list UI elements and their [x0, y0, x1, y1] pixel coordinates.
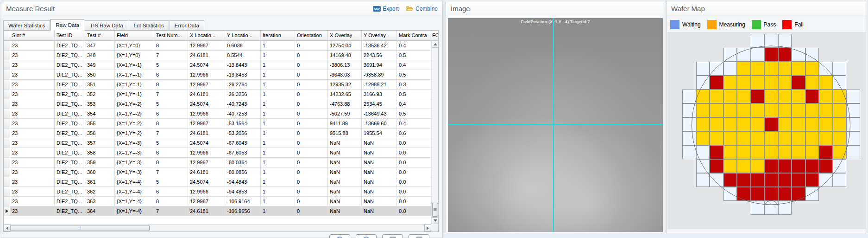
row-selector[interactable]	[4, 51, 10, 60]
wafer-die[interactable]	[751, 34, 765, 48]
wafer-die[interactable]	[737, 62, 751, 76]
wafer-die[interactable]	[751, 76, 765, 90]
wafer-die[interactable]	[751, 173, 765, 187]
wafer-die[interactable]	[723, 62, 737, 76]
scroll-left-button[interactable]	[4, 225, 11, 232]
wafer-die[interactable]	[792, 173, 805, 187]
wafer-die[interactable]	[846, 131, 860, 145]
column-header-fo[interactable]: FO	[430, 31, 438, 41]
wafer-die[interactable]	[710, 145, 723, 159]
wafer-die[interactable]	[751, 62, 765, 76]
wafer-die[interactable]	[819, 159, 833, 173]
wafer-die[interactable]	[764, 131, 778, 145]
wafer-die[interactable]	[751, 159, 765, 173]
scroll-up-button[interactable]	[432, 41, 439, 48]
bottom-toolbar-button-2[interactable]	[356, 234, 377, 238]
wafer-die[interactable]	[710, 117, 723, 131]
wafer-die[interactable]	[751, 145, 765, 159]
wafer-die[interactable]	[696, 131, 710, 145]
horizontal-scrollbar[interactable]	[4, 224, 431, 232]
wafer-die[interactable]	[764, 90, 778, 103]
wafer-die[interactable]	[764, 201, 778, 215]
bottom-toolbar-button-1[interactable]	[329, 234, 350, 238]
column-header-orientation[interactable]: Orientation	[295, 31, 328, 41]
table-row[interactable]: 23DIE2_TQ...348{X=1,Y=0}724.61810.554410…	[4, 51, 438, 60]
wafer-die[interactable]	[737, 117, 751, 131]
horizontal-scrollbar-thumb[interactable]	[11, 225, 150, 231]
wafer-die[interactable]	[778, 62, 792, 76]
wafer-die[interactable]	[805, 131, 819, 145]
wafer-die[interactable]	[805, 187, 819, 201]
column-header-x-locatio[interactable]: X Locatio...	[188, 31, 225, 41]
row-selector[interactable]	[4, 187, 10, 197]
wafer-die[interactable]	[833, 103, 847, 117]
wafer-die[interactable]	[792, 103, 805, 117]
wafer-die[interactable]	[723, 90, 737, 103]
column-header-mark-contra[interactable]: Mark Contra	[397, 31, 430, 41]
wafer-die[interactable]	[805, 90, 819, 103]
wafer-die[interactable]	[778, 131, 792, 145]
wafer-die[interactable]	[778, 48, 792, 62]
row-selector[interactable]	[4, 197, 10, 206]
table-row[interactable]: 23DIE2_TQ...349{X=1,Y=-1}524.5074-13.844…	[4, 60, 438, 70]
wafer-die[interactable]	[819, 173, 833, 187]
wafer-die[interactable]	[805, 159, 819, 173]
scroll-right-button[interactable]	[424, 225, 431, 232]
table-row[interactable]: 23DIE2_TQ...361{X=1,Y=-4}524.5074-94.484…	[4, 177, 438, 187]
row-selector[interactable]	[4, 148, 10, 158]
tab-error-data[interactable]: Error Data	[170, 20, 204, 30]
table-row[interactable]: 23DIE2_TQ...358{X=1,Y=-3}612.9966-67.605…	[4, 148, 438, 158]
wafer-die[interactable]	[819, 145, 833, 159]
wafer-die[interactable]	[723, 173, 737, 187]
column-header-y-locatio[interactable]: Y Locatio...	[225, 31, 261, 41]
wafer-die[interactable]	[696, 62, 710, 76]
tab-raw-data[interactable]: Raw Data	[50, 19, 84, 31]
row-selector[interactable]	[4, 80, 10, 90]
row-selector[interactable]	[4, 129, 10, 138]
wafer-die[interactable]	[737, 187, 751, 201]
wafer-die[interactable]	[751, 201, 765, 215]
wafer-die[interactable]	[819, 90, 833, 103]
column-header-y-overlay[interactable]: Y Overlay	[362, 31, 397, 41]
table-row[interactable]: 23DIE2_TQ...354{X=1,Y=-2}612.9966-40.725…	[4, 109, 438, 119]
wafer-die[interactable]	[696, 145, 710, 159]
wafer-die[interactable]	[778, 117, 792, 131]
row-selector[interactable]	[4, 158, 10, 167]
wafer-die[interactable]	[764, 187, 778, 201]
wafer-die[interactable]	[764, 103, 778, 117]
wafer-die[interactable]	[792, 187, 805, 201]
wafer-die[interactable]	[764, 76, 778, 90]
wafer-die[interactable]	[751, 103, 765, 117]
column-header-selector[interactable]	[4, 31, 10, 41]
camera-image-viewport[interactable]: FieldPosition:(X=1,Y=-4) TargetId:7	[448, 18, 663, 232]
wafer-die[interactable]	[723, 117, 737, 131]
wafer-die[interactable]	[819, 103, 833, 117]
wafer-die[interactable]	[764, 145, 778, 159]
column-header-test-id[interactable]: Test ID	[55, 31, 85, 41]
tab-lot-statistics[interactable]: Lot Statistics	[129, 20, 169, 30]
wafer-die[interactable]	[696, 117, 710, 131]
table-row[interactable]: 23DIE2_TQ...351{X=1,Y=-1}812.9967-26.276…	[4, 80, 438, 90]
wafer-die[interactable]	[737, 173, 751, 187]
table-row[interactable]: 23DIE2_TQ...363{X=1,Y=-4}812.9967-106.91…	[4, 197, 438, 206]
bottom-toolbar-button-3[interactable]	[382, 234, 403, 238]
wafer-die[interactable]	[764, 48, 778, 62]
wafer-die[interactable]	[723, 145, 737, 159]
wafer-die[interactable]	[682, 145, 696, 159]
scroll-down-button[interactable]	[432, 217, 439, 224]
wafer-die[interactable]	[819, 76, 833, 90]
wafer-die[interactable]	[737, 90, 751, 103]
wafer-die[interactable]	[819, 131, 833, 145]
wafer-die[interactable]	[682, 90, 696, 103]
column-header-iteration[interactable]: Iteration	[261, 31, 295, 41]
wafer-die[interactable]	[696, 173, 710, 187]
wafer-die[interactable]	[792, 76, 805, 90]
tab-wafer-statistics[interactable]: Wafer Statistics	[3, 20, 50, 30]
wafer-die[interactable]	[710, 173, 723, 187]
wafer-die[interactable]	[737, 145, 751, 159]
wafer-die[interactable]	[778, 187, 792, 201]
wafer-die[interactable]	[805, 103, 819, 117]
column-header-test[interactable]: Test #	[85, 31, 115, 41]
wafer-die[interactable]	[819, 117, 833, 131]
wafer-die[interactable]	[710, 131, 723, 145]
